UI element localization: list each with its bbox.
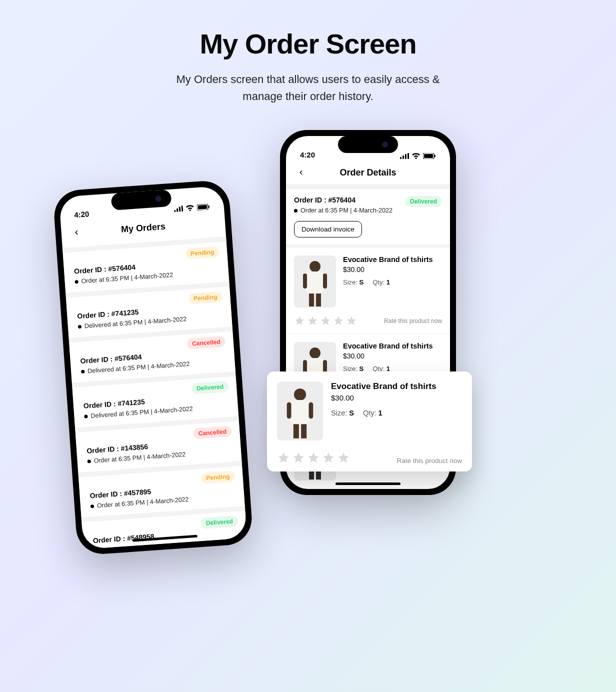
product-price: $30.00 <box>343 266 442 274</box>
rating-stars[interactable] <box>294 488 357 489</box>
rate-prompt: Rate this product now <box>396 457 462 464</box>
product-attrs: Size: S Qty: 1 <box>343 278 442 286</box>
star-icon[interactable] <box>320 488 331 489</box>
product-price: $30.00 <box>331 394 462 402</box>
star-icon[interactable] <box>294 316 305 326</box>
star-icon[interactable] <box>333 488 344 489</box>
product-attrs: Size: S Qty: 1 <box>331 409 462 417</box>
star-icon[interactable] <box>320 316 331 326</box>
signal-icon <box>400 153 409 159</box>
status-time: 4:20 <box>300 150 315 159</box>
product-card-overlay: Evocative Brand of tshirts $30.00 Size: … <box>267 372 472 472</box>
bullet-icon <box>74 280 78 284</box>
bullet-icon <box>84 414 88 418</box>
chevron-left-icon <box>72 229 80 236</box>
star-icon[interactable] <box>292 452 305 464</box>
back-button[interactable] <box>70 226 83 239</box>
rate-prompt: Rate this product now <box>384 318 442 324</box>
orders-list: Pending Order ID : #576404 Order at 6:35… <box>62 234 247 549</box>
rating-stars[interactable] <box>294 316 357 326</box>
bullet-icon <box>294 209 298 212</box>
rating-stars[interactable] <box>277 452 350 464</box>
status-badge: Pending <box>188 291 222 304</box>
phone-my-orders: 4:20 My Orders Pending Order ID : #57640… <box>52 180 254 556</box>
product-row[interactable]: Evocative Brand of tshirts $30.00 Size: … <box>286 244 450 316</box>
product-name: Evocative Brand of tshirts <box>343 256 442 264</box>
star-icon[interactable] <box>307 452 320 464</box>
bullet-icon <box>88 460 91 463</box>
star-icon[interactable] <box>307 316 318 326</box>
bullet-icon <box>81 370 84 373</box>
star-icon[interactable] <box>294 488 305 489</box>
status-badge: Pending <box>201 470 236 484</box>
product-thumbnail <box>294 256 336 308</box>
chevron-left-icon <box>298 169 304 176</box>
nav-title: Order Details <box>340 168 396 178</box>
product-name: Evocative Brand of tshirts <box>331 382 462 392</box>
product-price: $30.00 <box>343 352 442 360</box>
star-icon[interactable] <box>277 452 290 464</box>
product-name: Evocative Brand of tshirts <box>343 342 442 350</box>
bullet-icon <box>90 504 94 508</box>
bullet-icon <box>78 324 82 328</box>
battery-icon <box>196 204 210 210</box>
wifi-icon <box>412 152 420 159</box>
status-time: 4:20 <box>74 210 90 219</box>
status-badge: Pending <box>185 246 220 260</box>
star-icon[interactable] <box>346 316 357 326</box>
star-icon[interactable] <box>346 488 357 489</box>
order-summary: Delivered Order ID : #576404 Order at 6:… <box>286 189 450 244</box>
nav-bar: Order Details <box>286 161 450 184</box>
order-meta: Order at 6:35 PM | 4-March-2022 <box>294 207 442 214</box>
star-icon[interactable] <box>307 488 318 489</box>
page-title: My Order Screen <box>0 28 616 60</box>
home-indicator <box>336 482 400 485</box>
download-invoice-button[interactable]: Download invoice <box>294 221 362 238</box>
order-id: Order ID : #548958 <box>92 526 236 544</box>
signal-icon <box>174 206 184 212</box>
star-icon[interactable] <box>337 452 350 464</box>
battery-icon <box>423 153 436 159</box>
wifi-icon <box>185 204 194 211</box>
star-icon[interactable] <box>333 316 344 326</box>
page-subtitle: My Orders screen that allows users to ea… <box>0 71 616 105</box>
phone-notch <box>338 136 398 153</box>
star-icon[interactable] <box>322 452 335 464</box>
status-badge: Delivered <box>405 196 442 207</box>
nav-title: My Orders <box>120 221 166 234</box>
back-button[interactable] <box>295 166 307 178</box>
product-thumbnail <box>277 382 323 440</box>
